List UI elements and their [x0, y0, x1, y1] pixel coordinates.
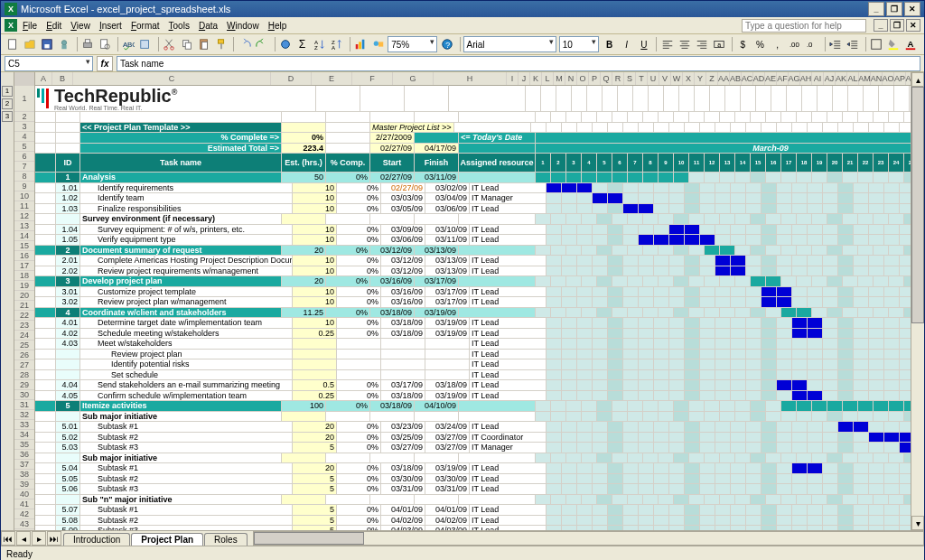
cell[interactable]: IT Lead [470, 484, 547, 494]
cell[interactable] [562, 318, 577, 328]
cell[interactable]: 7 [628, 154, 643, 172]
row-header[interactable]: 36 [14, 450, 34, 460]
cell[interactable] [628, 495, 643, 505]
row-header[interactable]: 4 [14, 132, 34, 142]
cell[interactable] [808, 339, 823, 349]
cell[interactable] [843, 495, 858, 505]
col-header-Q[interactable]: Q [601, 72, 612, 85]
cell[interactable] [761, 422, 777, 432]
cell[interactable] [700, 391, 715, 401]
col-header-R[interactable]: R [612, 72, 624, 85]
cell[interactable]: 0.25 [293, 329, 337, 339]
cell[interactable]: 03/16/09 [370, 276, 415, 286]
cell[interactable] [854, 350, 869, 359]
col-header-D[interactable]: D [271, 72, 312, 85]
cell[interactable] [705, 173, 720, 182]
cell[interactable] [823, 474, 838, 484]
cell[interactable] [900, 183, 911, 193]
cell[interactable] [562, 204, 577, 214]
cell[interactable] [35, 276, 56, 286]
cell[interactable] [812, 112, 827, 122]
row-header[interactable]: 35 [14, 440, 34, 450]
new-button[interactable] [5, 35, 20, 53]
cell[interactable] [562, 266, 577, 276]
cell[interactable]: IT Coordinator [470, 433, 547, 443]
cell[interactable] [577, 183, 593, 193]
cell[interactable] [566, 412, 582, 422]
cell[interactable] [808, 516, 823, 526]
cell[interactable]: 10 [293, 204, 337, 214]
sort-asc-button[interactable]: AZ [313, 35, 328, 53]
fx-button[interactable]: fx [97, 56, 113, 71]
cell[interactable] [735, 246, 751, 256]
cell[interactable] [562, 380, 577, 390]
cell[interactable] [562, 484, 577, 494]
cell[interactable]: % Complete => [80, 133, 282, 143]
cell[interactable] [838, 204, 854, 214]
cell[interactable] [35, 123, 56, 133]
cell[interactable] [854, 339, 869, 349]
cell[interactable] [838, 123, 854, 133]
cell[interactable] [858, 214, 874, 224]
cell[interactable] [582, 276, 597, 286]
cell[interactable] [35, 495, 56, 505]
cell[interactable] [654, 256, 669, 266]
cell[interactable]: Sub major initiative [80, 412, 282, 422]
cell[interactable] [669, 193, 685, 203]
cell[interactable] [746, 359, 761, 369]
cell[interactable] [608, 193, 623, 203]
cell[interactable] [900, 339, 911, 349]
cell[interactable]: IT Lead [470, 266, 547, 276]
cell[interactable]: Schedule meeting w/stakeholders [80, 329, 293, 339]
row-header[interactable]: 9 [14, 182, 34, 191]
cell[interactable] [700, 318, 715, 328]
cell[interactable] [766, 173, 781, 182]
cell[interactable] [56, 144, 80, 154]
cell[interactable] [689, 246, 705, 256]
cell[interactable] [838, 433, 854, 443]
cell[interactable]: 17 [781, 154, 797, 172]
cell[interactable] [797, 453, 812, 463]
cell[interactable] [293, 359, 337, 369]
cell[interactable] [766, 112, 781, 122]
cell[interactable]: IT Lead [470, 463, 547, 473]
cell[interactable] [566, 173, 582, 182]
cell[interactable]: 5 [293, 505, 337, 515]
cell[interactable]: 03/27/09 [425, 433, 470, 443]
cell[interactable] [654, 370, 669, 380]
cell[interactable]: 1.05 [56, 235, 80, 245]
cell[interactable]: IT Lead [470, 474, 547, 484]
cell[interactable]: Subtask #2 [80, 433, 293, 443]
cell[interactable]: 0% [337, 193, 381, 203]
cell[interactable] [577, 463, 593, 473]
cell[interactable] [766, 401, 781, 411]
cell[interactable] [639, 350, 654, 359]
cell[interactable] [900, 526, 911, 530]
tab-prev-button[interactable]: ◂ [16, 531, 31, 546]
cell[interactable] [858, 173, 874, 182]
cell[interactable]: Identify potential risks [80, 359, 293, 369]
cell[interactable]: 0% [337, 516, 381, 526]
cell[interactable] [781, 112, 797, 122]
cell[interactable] [659, 401, 674, 411]
cell[interactable] [35, 204, 56, 214]
cell[interactable] [685, 474, 700, 484]
cell[interactable] [459, 412, 536, 422]
row-header[interactable]: 32 [14, 410, 34, 420]
cell[interactable] [608, 370, 623, 380]
cell[interactable]: 03/13/09 [425, 256, 470, 266]
cell[interactable] [566, 214, 582, 224]
cell[interactable]: 03/11/09 [415, 173, 459, 182]
cell[interactable] [562, 297, 577, 307]
cell[interactable] [843, 412, 858, 422]
col-header-I[interactable]: I [507, 72, 519, 85]
cell[interactable] [746, 329, 761, 339]
cell[interactable]: 03/12/09 [381, 266, 425, 276]
cell[interactable] [808, 204, 823, 214]
cell[interactable] [900, 123, 911, 133]
cell[interactable] [654, 463, 669, 473]
cell[interactable] [858, 112, 874, 122]
cell[interactable] [566, 495, 582, 505]
cell[interactable] [904, 173, 911, 182]
cell[interactable] [781, 453, 797, 463]
